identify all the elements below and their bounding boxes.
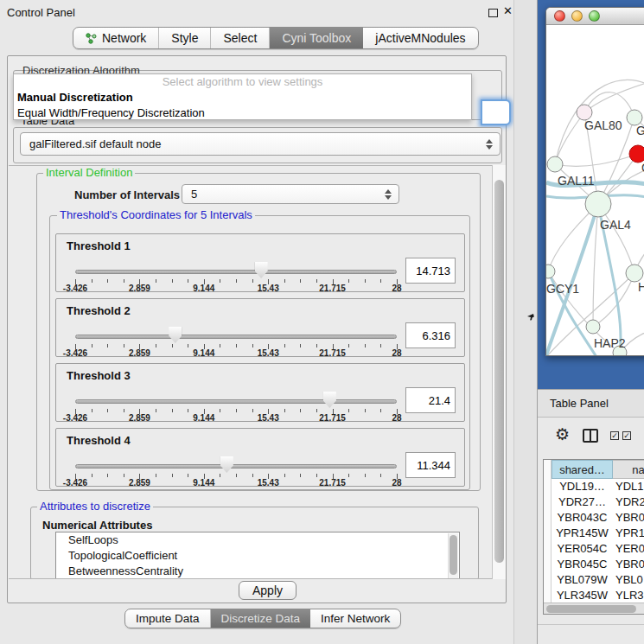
slider-tick (348, 409, 349, 412)
tab-style[interactable]: Style (159, 28, 211, 48)
threshold-slider-thumb[interactable] (323, 392, 336, 408)
minimize-traffic-light-icon[interactable] (571, 10, 583, 22)
table-cell-shared-name: YDR27… (552, 494, 613, 510)
float-window-button[interactable] (488, 9, 498, 17)
slider-tick (107, 279, 108, 283)
tab-select[interactable]: Select (211, 28, 270, 48)
list-scrollbar[interactable] (448, 533, 458, 579)
table-header-name[interactable]: name (613, 460, 644, 479)
threshold-value-field[interactable] (405, 322, 456, 348)
table-row[interactable]: YDL19…YDL1 (544, 479, 644, 494)
table-row[interactable]: YBR043CYBR0 (544, 510, 644, 526)
tab-cyni-toolbox[interactable]: Cyni Toolbox (270, 28, 363, 48)
table-row[interactable]: YLR345WYLR3 (544, 588, 644, 603)
algorithm-option-manual[interactable]: Manual Discretization (14, 90, 471, 105)
panel-scrollbar[interactable] (492, 165, 506, 579)
threshold-value-field[interactable] (405, 258, 456, 284)
apply-button[interactable]: Apply (239, 581, 296, 600)
table-cell-shared-name: YBL079W (552, 572, 613, 588)
algorithm-option-equal-width[interactable]: Equal Width/Frequency Discretization (14, 105, 471, 121)
slider-tick (172, 344, 173, 348)
slider-tick (348, 474, 349, 477)
slider-tick (107, 409, 108, 412)
tab-label: jActiveMNodules (375, 31, 465, 45)
slider-tick (124, 409, 124, 412)
gear-icon[interactable]: ⚙ (555, 424, 570, 444)
numerical-attributes-list[interactable]: SelfLoopsTopologicalCoefficientBetweenne… (55, 532, 460, 579)
slider-tick (156, 409, 156, 412)
threshold-slider-thumb[interactable] (255, 262, 268, 278)
close-traffic-light-icon[interactable] (554, 10, 565, 22)
tab-jactivemnodules[interactable]: jActiveMNodules (363, 28, 477, 48)
network-canvas[interactable]: GAL80GACGAL11GAL4GCY1HHAP2 (546, 25, 644, 356)
algorithm-dropdown-popup: Select algorithm to view settings Manual… (13, 73, 472, 120)
network-node[interactable] (546, 265, 555, 278)
network-node[interactable] (547, 156, 563, 172)
cyni-toolbox-panel: Discretization Algorithm Select algorith… (7, 55, 507, 603)
tab-network[interactable]: Network (73, 28, 159, 48)
slider-tick (348, 279, 349, 283)
table-row[interactable]: YPR145WYPR1 (544, 526, 644, 541)
slider-tick (220, 409, 220, 412)
slider-tick (92, 409, 92, 412)
algorithm-combobox-focused[interactable] (481, 99, 511, 125)
threshold-slider-track[interactable] (75, 464, 397, 469)
table-horizontal-scrollbar[interactable] (544, 603, 644, 614)
threshold-slider-track[interactable] (75, 270, 397, 274)
slider-tick-label: -3.426 (63, 348, 87, 358)
settings-scroll-area: Interval Definition Number of Intervals … (9, 165, 506, 579)
slider-tick (236, 279, 237, 283)
tab-infer-network[interactable]: Infer Network (310, 609, 400, 628)
network-node[interactable] (626, 265, 643, 282)
table-header-shared[interactable]: shared… (552, 460, 613, 479)
checkbox-icon[interactable]: ✓ (610, 431, 619, 440)
table-cell-name: YBL0 (615, 572, 644, 588)
threshold-value-field[interactable] (405, 452, 456, 478)
close-panel-button[interactable]: ✕ (503, 4, 513, 17)
slider-tick (107, 474, 108, 477)
node-attribute-table[interactable]: shared… name YDL19…YDL1YDR27…YDR2YBR043C… (543, 459, 644, 615)
threshold-value-field[interactable] (405, 387, 456, 413)
table-row[interactable]: YBR045CYBR0 (544, 557, 644, 572)
table-row[interactable]: YDR27…YDR2 (544, 494, 644, 510)
number-of-intervals-combobox[interactable]: 5 (182, 184, 399, 204)
network-node-label: GAL11 (558, 174, 595, 188)
attribute-list-item[interactable]: TopologicalCoefficient (56, 548, 459, 564)
network-view-window: GAL80GACGAL11GAL4GCY1HHAP2 (545, 7, 644, 356)
network-node-label: HAP2 (594, 336, 626, 350)
table-data-combobox[interactable]: galFiltered.sif default node (20, 132, 501, 156)
control-panel-tabbar: NetworkStyleSelectCyni ToolboxjActiveMNo… (73, 27, 479, 49)
tab-label: Style (171, 31, 198, 45)
network-node[interactable] (585, 191, 611, 217)
tab-label: Network (102, 31, 146, 45)
attribute-list-item[interactable]: BetweennessCentrality (56, 564, 459, 579)
threshold-slider-track[interactable] (75, 399, 397, 404)
network-node-label: GAL80 (584, 118, 622, 132)
zoom-traffic-light-icon[interactable] (589, 10, 600, 22)
columns-icon[interactable] (583, 429, 598, 443)
threshold-slider-thumb[interactable] (169, 327, 182, 343)
tab-discretize-data[interactable]: Discretize Data (211, 609, 311, 628)
network-node[interactable] (586, 320, 600, 334)
network-graph: GAL80GACGAL11GAL4GCY1HHAP2 (546, 25, 644, 356)
slider-tick (252, 279, 253, 283)
table-row[interactable]: YER054CYER0 (544, 541, 644, 557)
checkbox-icon[interactable]: ✓ (622, 431, 631, 440)
slider-tick (172, 409, 173, 412)
slider-tick-label: 9.144 (193, 348, 214, 358)
attribute-list-item[interactable]: SelfLoops (56, 532, 459, 548)
slider-tick (220, 279, 220, 283)
slider-tick (188, 344, 188, 348)
table-row[interactable]: YBL079WYBL0 (544, 572, 644, 588)
slider-tick (156, 279, 156, 283)
screen: Control Panel ✕ NetworkStyleSelectCyni T… (0, 0, 644, 644)
mouse-cursor (526, 313, 534, 321)
threshold-coordinates-label: Threshold's Coordinates for 5 Intervals (57, 208, 255, 221)
slider-tick (365, 409, 366, 412)
panel-divider[interactable] (513, 0, 538, 644)
threshold-slider-track[interactable] (75, 335, 397, 339)
network-node[interactable] (629, 145, 644, 163)
combobox-stepper-icon (385, 189, 392, 200)
tab-impute-data[interactable]: Impute Data (125, 609, 211, 628)
threshold-slider-thumb[interactable] (220, 456, 233, 473)
